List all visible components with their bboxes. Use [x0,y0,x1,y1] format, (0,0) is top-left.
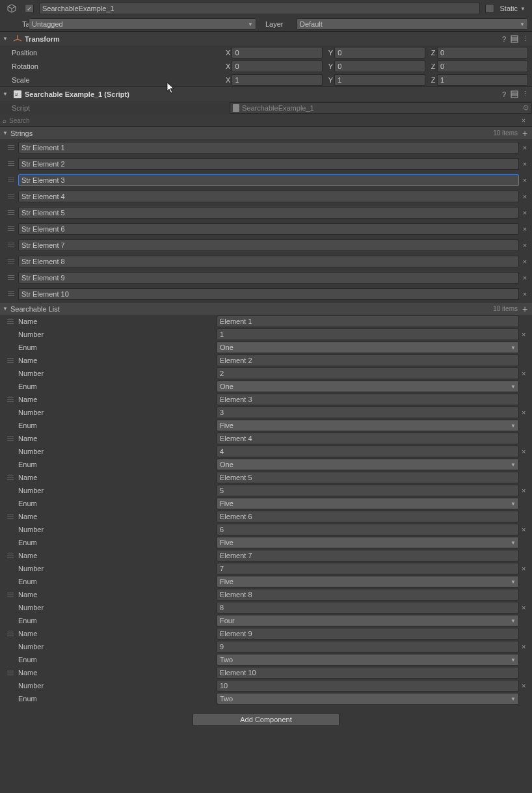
x-input[interactable] [232,60,323,72]
remove-item-icon[interactable]: × [522,643,525,651]
enum-dropdown[interactable]: Five ▼ [217,576,519,587]
static-checkbox[interactable] [485,4,494,13]
y-input[interactable] [334,60,425,72]
drag-handle-icon[interactable] [7,291,16,296]
script-object-field[interactable]: SearchableExample_1 ⊙ [230,102,532,114]
enum-dropdown[interactable]: Five ▼ [217,420,519,431]
searchable-list-header[interactable]: ▼ Searchable List 10 items + [0,302,532,315]
y-label[interactable]: Y [326,49,334,57]
remove-item-icon[interactable]: × [520,274,529,282]
enum-dropdown[interactable]: One ▼ [217,459,519,470]
foldout-icon[interactable]: ▼ [3,306,9,312]
drag-handle-icon[interactable] [7,671,14,675]
remove-item-icon[interactable]: × [520,209,529,217]
chevron-down-icon[interactable]: ▼ [520,6,527,12]
layer-dropdown[interactable]: Default ▼ [297,18,528,30]
drag-handle-icon[interactable] [7,226,16,231]
name-input[interactable] [217,394,519,405]
remove-item-icon[interactable]: × [520,176,529,184]
name-input[interactable] [217,550,519,561]
number-input[interactable] [217,407,519,418]
drag-handle-icon[interactable] [7,437,14,441]
clear-search-icon[interactable]: × [519,116,528,124]
drag-handle-icon[interactable] [7,161,16,166]
number-input[interactable] [217,602,519,613]
foldout-icon[interactable]: ▼ [3,36,9,42]
remove-item-icon[interactable]: × [520,160,529,168]
drag-handle-icon[interactable] [7,194,16,198]
string-input[interactable] [18,288,519,300]
drag-handle-icon[interactable] [7,358,14,363]
enum-dropdown[interactable]: Five ▼ [217,537,519,548]
enum-dropdown[interactable]: One ▼ [217,342,519,353]
add-item-icon[interactable]: + [520,128,529,139]
drag-handle-icon[interactable] [7,593,14,597]
z-label[interactable]: Z [429,49,437,57]
drag-handle-icon[interactable] [7,210,16,215]
remove-item-icon[interactable]: × [522,682,525,690]
remove-item-icon[interactable]: × [520,193,529,200]
number-input[interactable] [217,524,519,535]
remove-item-icon[interactable]: × [522,526,525,533]
z-label[interactable]: Z [429,62,437,70]
string-input[interactable] [18,272,519,284]
object-picker-icon[interactable]: ⊙ [523,103,529,112]
enum-dropdown[interactable]: Two ▼ [217,693,519,705]
enum-dropdown[interactable]: Five ▼ [217,498,519,509]
z-input[interactable] [437,74,528,86]
enum-dropdown[interactable]: One ▼ [217,381,519,392]
number-input[interactable] [217,680,519,692]
string-input[interactable] [18,158,519,170]
foldout-icon[interactable]: ▼ [3,130,9,136]
y-input[interactable] [334,47,425,59]
z-label[interactable]: Z [429,76,437,84]
remove-item-icon[interactable]: × [522,565,525,572]
drag-handle-icon[interactable] [7,397,14,402]
y-label[interactable]: Y [326,62,334,70]
drag-handle-icon[interactable] [7,259,16,263]
string-input[interactable] [18,142,519,154]
enum-dropdown[interactable]: Four ▼ [217,615,519,626]
name-input[interactable] [217,472,519,483]
x-label[interactable]: X [224,76,232,84]
cube-icon[interactable] [6,3,18,14]
script-component-header[interactable]: ▼ # Searchable Example_1 (Script) ? ⋮ [0,87,532,101]
drag-handle-icon[interactable] [7,632,14,636]
kebab-icon[interactable]: ⋮ [520,34,529,44]
enum-dropdown[interactable]: Two ▼ [217,654,519,665]
x-label[interactable]: X [224,62,232,70]
drag-handle-icon[interactable] [7,515,14,519]
z-input[interactable] [437,47,528,59]
add-component-button[interactable]: Add Component [193,713,339,726]
x-input[interactable] [232,47,323,59]
drag-handle-icon[interactable] [7,275,16,280]
name-input[interactable] [217,667,519,679]
preset-icon[interactable] [510,90,519,99]
drag-handle-icon[interactable] [7,476,14,480]
drag-handle-icon[interactable] [7,319,14,324]
y-input[interactable] [334,74,425,86]
preset-icon[interactable] [510,34,519,44]
string-input[interactable] [18,239,519,251]
name-input[interactable] [217,628,519,639]
number-input[interactable] [217,368,519,379]
strings-header[interactable]: ▼ Strings 10 items + [0,126,532,139]
string-input[interactable] [18,174,519,186]
remove-item-icon[interactable]: × [520,258,529,265]
name-input[interactable] [217,316,519,327]
x-input[interactable] [232,74,323,86]
name-input[interactable] [217,355,519,366]
name-input[interactable] [217,589,519,600]
remove-item-icon[interactable]: × [522,448,525,455]
number-input[interactable] [217,446,519,457]
name-input[interactable] [217,511,519,522]
enabled-checkbox[interactable] [25,4,34,13]
remove-item-icon[interactable]: × [522,487,525,494]
remove-item-icon[interactable]: × [522,330,525,338]
string-input[interactable] [18,256,519,267]
tag-dropdown[interactable]: Untagged ▼ [29,18,256,30]
remove-item-icon[interactable]: × [520,225,529,233]
number-input[interactable] [217,563,519,574]
x-label[interactable]: X [224,49,232,57]
help-icon[interactable]: ? [499,90,509,99]
